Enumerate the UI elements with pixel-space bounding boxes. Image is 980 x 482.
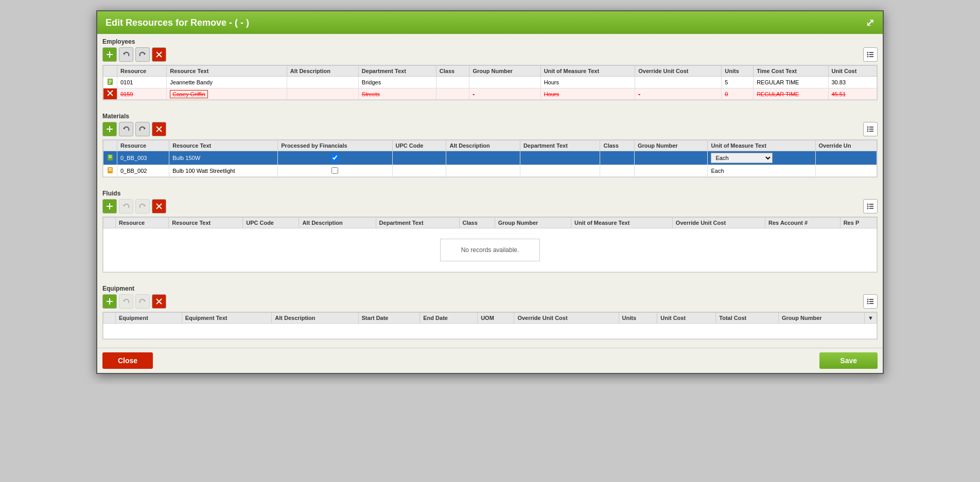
materials-toolbar [102,122,878,136]
equipment-table: Equipment Equipment Text Alt Description… [103,312,877,339]
processed-checkbox[interactable] [331,154,338,161]
materials-table-row[interactable]: 0_BB_003 Bulb 150W Each [103,151,877,165]
materials-add-button[interactable] [102,122,117,136]
materials-row-resource-text: Bulb 100 Watt Streetlight [169,165,278,177]
fluids-undo-button[interactable] [119,199,133,213]
equipment-col-end-date: End Date [420,313,478,324]
materials-redo-button[interactable] [135,122,150,136]
svg-point-42 [867,204,869,205]
save-button[interactable]: Save [819,352,878,369]
materials-row-group-number [635,165,708,177]
materials-row-department-text [520,151,600,165]
list-icon [866,202,874,210]
svg-rect-19 [107,129,113,130]
materials-list-button[interactable] [863,122,878,136]
list-icon [866,50,874,59]
equipment-col-alt-description: Alt Description [272,313,358,324]
uom-select[interactable]: Each [711,153,773,163]
equipment-col-spacer [103,313,116,324]
modal-title: Edit Resources for Remove - ( - ) [106,17,249,28]
materials-row-resource: 0_BB_003 [117,151,169,165]
redo-icon [139,51,146,58]
processed-checkbox[interactable] [331,167,338,174]
employees-table-row[interactable]: 0159 Casey Griffin Streets - Hours - 0 R… [103,88,877,100]
fluids-col-resource-text: Resource Text [169,218,243,228]
employees-col-department-text: Department Text [358,66,436,77]
materials-undo-button[interactable] [119,122,133,136]
no-records-text: No records available. [461,246,519,254]
equipment-undo-button[interactable] [119,294,133,309]
materials-row-processed[interactable] [278,151,392,165]
fluids-col-spacer [103,218,116,228]
fluids-no-records: No records available. [103,228,877,272]
equipment-grid: Equipment Equipment Text Alt Description… [102,312,878,340]
materials-row-upc-code [392,165,446,177]
equipment-add-button[interactable] [102,294,117,309]
materials-col-processed-by-financials: Processed by Financials [278,140,392,151]
svg-point-24 [867,127,869,128]
employees-list-button[interactable] [863,47,878,62]
doc-icon [107,167,114,174]
equipment-redo-button[interactable] [135,294,150,309]
materials-row-class [600,151,635,165]
employees-row-resource-text[interactable] [167,77,287,88]
fluids-section-label: Fluids [102,190,878,197]
employees-undo-button[interactable] [119,47,133,62]
materials-table-row[interactable]: 0_BB_002 Bulb 100 Watt Streetlight Each [103,165,877,177]
materials-row-icon [103,165,117,177]
equipment-list-button[interactable] [863,294,878,309]
svg-point-54 [867,299,869,300]
delete-icon [155,203,163,210]
materials-table: Resource Resource Text Processed by Fina… [103,140,877,177]
fluids-add-button[interactable] [102,199,117,213]
employees-col-units: Units [722,66,754,77]
equipment-delete-button[interactable] [152,294,166,309]
materials-col-uom-text: Unit of Measure Text [708,140,815,151]
employees-redo-button[interactable] [135,47,150,62]
employees-col-resource-text: Resource Text [167,66,287,77]
employees-col-resource: Resource [117,66,167,77]
equipment-col-scroll: ▼ [865,313,877,324]
employees-row-resource: 0159 [117,88,167,100]
employees-row-group-number [469,77,540,88]
employees-add-button[interactable] [102,47,117,62]
materials-row-class [600,165,635,177]
materials-col-spacer [103,140,117,151]
materials-delete-button[interactable] [152,122,166,136]
fluids-list-button[interactable] [863,199,878,213]
add-icon [106,126,113,133]
employees-row-uom-text: Hours [540,77,635,88]
employees-delete-button[interactable] [152,47,166,62]
x-icon [107,90,113,96]
equipment-col-start-date: Start Date [358,313,420,324]
equipment-col-unit-cost: Unit Cost [657,313,716,324]
svg-rect-27 [869,129,873,130]
modal-close-arrow-button[interactable]: ⤢ [866,16,874,29]
materials-row-uom-text[interactable]: Each [708,151,815,165]
employees-row-units: 0 [722,88,754,100]
materials-col-group-number: Group Number [635,140,708,151]
fluids-section: Fluids [97,186,883,273]
svg-rect-57 [869,301,873,302]
redo-icon [139,203,146,210]
fluids-col-group-number: Group Number [495,218,571,228]
materials-row-group-number [635,151,708,165]
close-button[interactable]: Close [102,352,153,369]
employees-row-uom-text: Hours [540,88,635,100]
fluids-toolbar [102,199,878,213]
equipment-col-total-cost: Total Cost [716,313,779,324]
employees-table-row[interactable]: 0101 Bridges Hours 5 REGULAR TIME 30.83 [103,77,877,88]
svg-point-6 [867,52,869,53]
employees-resource-text-input[interactable] [170,79,242,85]
svg-marker-21 [144,127,146,130]
equipment-col-equipment: Equipment [116,313,182,324]
fluids-redo-button[interactable] [135,199,150,213]
undo-icon [122,298,130,305]
employees-col-override-unit-cost: Override Unit Cost [635,66,722,77]
materials-col-resource-text: Resource Text [169,140,278,151]
materials-row-processed[interactable] [278,165,392,177]
svg-point-8 [867,54,869,56]
fluids-delete-button[interactable] [152,199,166,213]
edit-resources-modal: Edit Resources for Remove - ( - ) ⤢ Empl… [96,10,884,374]
svg-marker-20 [123,127,125,130]
